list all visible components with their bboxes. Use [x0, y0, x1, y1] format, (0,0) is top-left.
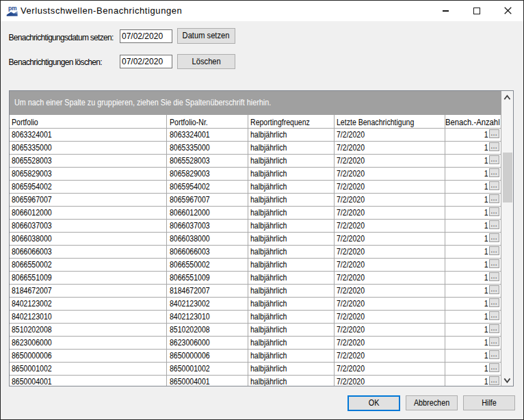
svg-text:pm: pm — [8, 5, 17, 12]
